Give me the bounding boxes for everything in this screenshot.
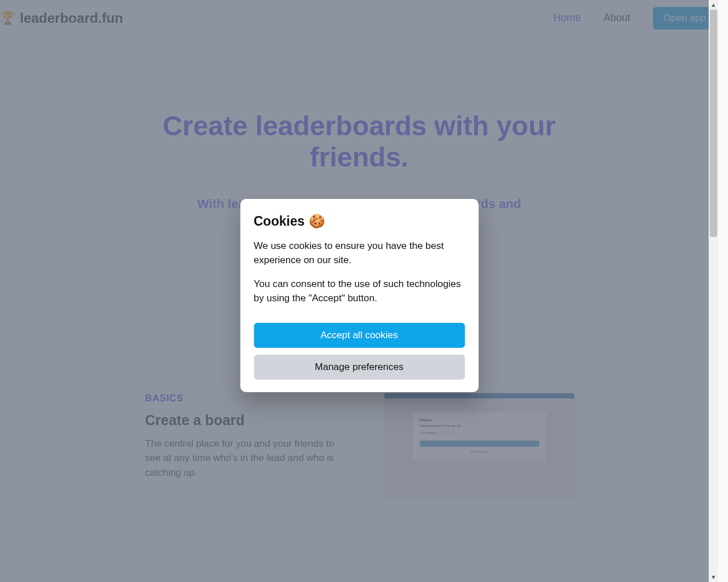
scroll-down-arrow-icon[interactable]: ▼ — [709, 572, 718, 582]
cookie-modal: Cookies 🍪 We use cookies to ensure you h… — [240, 199, 478, 392]
cookie-text-1: We use cookies to ensure you have the be… — [254, 239, 465, 267]
manage-preferences-button[interactable]: Manage preferences — [254, 355, 465, 380]
cookie-title-text: Cookies — [254, 214, 304, 229]
scroll-thumb[interactable] — [710, 10, 717, 237]
cookie-modal-title: Cookies 🍪 — [254, 214, 465, 229]
scroll-up-arrow-icon[interactable]: ▲ — [709, 0, 718, 10]
cookie-text-2: You can consent to the use of such techn… — [254, 277, 465, 305]
accept-cookies-button[interactable]: Accept all cookies — [254, 323, 465, 348]
cookie-icon: 🍪 — [309, 214, 325, 229]
scrollbar[interactable]: ▲ ▼ — [709, 0, 718, 582]
